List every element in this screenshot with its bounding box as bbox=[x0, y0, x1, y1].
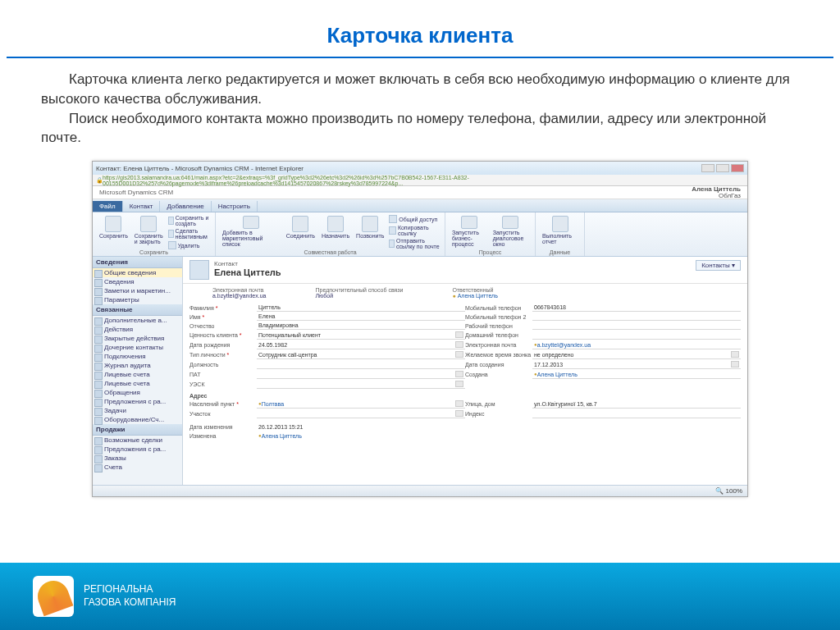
deactivate-button[interactable]: Сделать неактивным bbox=[167, 227, 212, 240]
homephone-field[interactable] bbox=[532, 331, 741, 340]
lastname-field[interactable]: Циттель bbox=[257, 304, 465, 312]
workphone-field[interactable] bbox=[532, 322, 741, 330]
index-field[interactable] bbox=[532, 410, 741, 418]
sidebar-item[interactable]: Заказы bbox=[93, 454, 182, 463]
summary-owner[interactable]: Алена Циттель bbox=[452, 293, 497, 299]
mobile2-field[interactable] bbox=[532, 313, 741, 321]
call-icon bbox=[362, 216, 378, 232]
call-button[interactable]: Позвонить bbox=[353, 214, 387, 249]
lookup-icon[interactable] bbox=[455, 410, 463, 417]
ribbon-group-save: Сохранить bbox=[93, 249, 215, 255]
copy-link-button[interactable]: Копировать ссылку bbox=[387, 224, 441, 237]
save-new-icon bbox=[168, 217, 174, 225]
calendar-icon[interactable] bbox=[455, 341, 463, 348]
process-icon bbox=[461, 216, 477, 229]
form: ФамилияЦиттель Мобильный телефон06678436… bbox=[183, 302, 747, 442]
sidebar-item[interactable]: Возможные сделки bbox=[93, 436, 182, 445]
report-icon bbox=[552, 216, 568, 232]
lookup-icon[interactable] bbox=[455, 400, 463, 407]
sidebar-header-sales: Продажи bbox=[93, 424, 182, 436]
sidebar-header-related: Связанные bbox=[93, 304, 182, 316]
lookup-icon[interactable] bbox=[455, 371, 463, 377]
ribbon-group-data: Данные bbox=[536, 249, 584, 255]
maximize-button[interactable] bbox=[716, 164, 729, 172]
send-link-button[interactable]: Отправить ссылку по почте bbox=[387, 237, 441, 250]
email-field[interactable]: a.bzyttel@yandex.ua bbox=[532, 341, 741, 349]
city-field[interactable]: Полтава bbox=[257, 399, 465, 409]
address-bar[interactable]: 🔒 https://gis2013.salamandra.ua:6461/mai… bbox=[93, 175, 747, 186]
sidebar-item[interactable]: Предложения с ра... bbox=[93, 397, 182, 406]
chevron-down-icon[interactable] bbox=[731, 351, 739, 358]
summary-email[interactable]: a.bzyttel@yandex.ua bbox=[212, 293, 266, 299]
lock-icon: 🔒 bbox=[96, 177, 103, 184]
district-field[interactable] bbox=[257, 409, 465, 418]
url-text: https://gis2013.salamandra.ua:6461/main.… bbox=[103, 175, 744, 186]
sidebar-item[interactable]: Действия bbox=[93, 325, 182, 334]
sidebar-item[interactable]: Лицевые счета bbox=[93, 370, 182, 379]
ribbon-tabs: Файл Контакт Добавление Настроить bbox=[93, 199, 747, 212]
link-icon bbox=[389, 226, 396, 235]
sidebar-item-params[interactable]: Параметры bbox=[93, 295, 182, 304]
run-report-button[interactable]: Выполнить отчет bbox=[539, 214, 581, 249]
save-icon bbox=[105, 216, 121, 232]
chevron-down-icon[interactable] bbox=[455, 351, 463, 358]
chevron-down-icon[interactable] bbox=[455, 331, 463, 338]
save-new-button[interactable]: Сохранить и создать bbox=[167, 214, 212, 227]
middlename-field[interactable]: Владимировна bbox=[257, 322, 465, 330]
created-date-field: 17.12.2013 bbox=[532, 360, 741, 369]
save-close-button[interactable]: Сохранить и закрыть bbox=[131, 214, 167, 249]
pat-field[interactable] bbox=[257, 370, 465, 379]
lookup-icon[interactable] bbox=[455, 381, 463, 387]
add-marketing-button[interactable]: Добавить в маркетинговый список bbox=[219, 214, 283, 249]
assign-button[interactable]: Назначить bbox=[318, 214, 353, 249]
calltime-field[interactable]: не определено bbox=[532, 350, 741, 359]
tab-customize[interactable]: Настроить bbox=[212, 201, 258, 212]
sidebar-item[interactable]: Задачи bbox=[93, 406, 182, 415]
close-button[interactable] bbox=[731, 164, 744, 172]
share-icon bbox=[389, 215, 397, 223]
contact-icon bbox=[189, 260, 209, 280]
zoom-indicator[interactable]: 🔍 100% bbox=[715, 487, 742, 495]
sidebar-item[interactable]: Обращения bbox=[93, 388, 182, 397]
run-process-button[interactable]: Запустить бизнес-процесс bbox=[449, 214, 490, 249]
share-button[interactable]: Общий доступ bbox=[387, 214, 441, 224]
crm-window: Контакт: Елена Циттель - Microsoft Dynam… bbox=[92, 161, 748, 497]
sidebar-item-details[interactable]: Сведения bbox=[93, 277, 182, 286]
birthdate-field[interactable]: 24.05.1982 bbox=[257, 340, 465, 349]
current-user[interactable]: Алена Циттель ОблГаз bbox=[692, 186, 741, 199]
save-button[interactable]: Сохранить bbox=[96, 214, 131, 249]
minimize-button[interactable] bbox=[701, 164, 714, 172]
sidebar-item[interactable]: Подключения bbox=[93, 352, 182, 361]
record-name: Елена Циттель bbox=[214, 267, 281, 277]
tab-contact[interactable]: Контакт bbox=[123, 201, 161, 212]
usk-field[interactable] bbox=[257, 380, 465, 389]
sidebar-item[interactable]: Счета bbox=[93, 463, 182, 472]
sidebar-item[interactable]: Журнал аудита bbox=[93, 361, 182, 370]
run-dialog-button[interactable]: Запустить диалоговое окно bbox=[490, 214, 532, 249]
street-field[interactable]: ул.О.Квітуриної 15, кв.7 bbox=[532, 400, 741, 409]
sidebar-item[interactable]: Лицевые счета bbox=[93, 379, 182, 388]
sidebar-item[interactable]: Предложения с ра... bbox=[93, 445, 182, 454]
position-field[interactable] bbox=[257, 361, 465, 369]
sidebar-item[interactable]: Оборудование/Сч... bbox=[93, 415, 182, 424]
mobile-field[interactable]: 0667843618 bbox=[532, 304, 741, 312]
sidebar-header-info: Сведения bbox=[93, 257, 182, 268]
title-divider bbox=[7, 57, 833, 58]
ribbon-group-process: Процесс bbox=[445, 249, 535, 255]
window-controls bbox=[701, 164, 744, 172]
sidebar-item[interactable]: Дополнительные а... bbox=[93, 316, 182, 325]
created-by-field[interactable]: Алена Циттель bbox=[532, 371, 741, 379]
tab-file[interactable]: Файл bbox=[93, 201, 123, 212]
sidebar-item[interactable]: Закрытые действия bbox=[93, 334, 182, 343]
client-value-field[interactable]: Потенциальный клиент bbox=[257, 331, 465, 340]
sidebar-item-notes[interactable]: Заметки и маркетин... bbox=[93, 286, 182, 295]
modified-by[interactable]: Алена Циттель bbox=[257, 431, 741, 440]
sidebar-item[interactable]: Дочерние контакты bbox=[93, 343, 182, 352]
personality-type-field[interactable]: Сотрудник call-центра bbox=[257, 350, 465, 359]
sidebar-item-general[interactable]: Общие сведения bbox=[93, 268, 182, 277]
tab-add[interactable]: Добавление bbox=[160, 201, 211, 212]
contacts-dropdown[interactable]: Контакты ▾ bbox=[696, 260, 741, 271]
summary-row: Электронная почтаa.bzyttel@yandex.ua Пре… bbox=[183, 284, 747, 302]
firstname-field[interactable]: Елена bbox=[257, 313, 465, 321]
connect-button[interactable]: Соединить bbox=[283, 214, 318, 249]
